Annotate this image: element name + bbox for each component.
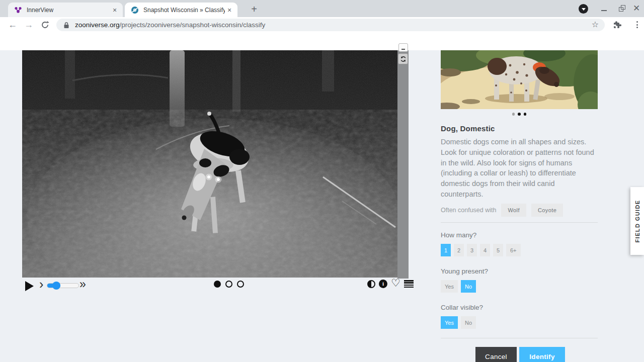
collar-visible-options: Yes No [441, 316, 476, 329]
media-controls-button[interactable] [579, 4, 588, 14]
young-yes-button[interactable]: Yes [441, 280, 458, 293]
back-button[interactable]: ← [6, 17, 19, 32]
divider [441, 222, 598, 223]
reload-button[interactable] [38, 17, 51, 32]
frame-dot-3[interactable] [237, 281, 244, 288]
count-option-1[interactable]: 1 [441, 244, 451, 256]
innerview-favicon [14, 6, 22, 14]
url-path: /projects/zooniverse/snapshot-wisconsin/… [120, 21, 266, 29]
new-tab-button[interactable]: + [248, 3, 261, 16]
species-description: Domestic dogs come in all shapes and siz… [441, 137, 598, 200]
identify-button[interactable]: Identify [519, 347, 565, 362]
trailcam-photo [22, 50, 397, 278]
tab-close-icon[interactable]: × [225, 6, 234, 15]
task-panel: Dog, Domestic Domestic dogs come in all … [441, 50, 598, 362]
forward-button[interactable]: → [22, 17, 35, 32]
question-collar-visible: Collar visible? [441, 304, 483, 311]
metadata-list-icon[interactable] [404, 280, 414, 288]
carousel-dot-2[interactable] [518, 113, 521, 116]
carousel-dot-3[interactable] [524, 113, 527, 116]
refresh-icon [400, 56, 407, 62]
play-button[interactable] [25, 281, 34, 291]
count-option-2[interactable]: 2 [454, 244, 464, 256]
count-option-6plus[interactable]: 6+ [506, 244, 521, 256]
fast-forward-icon[interactable]: » [79, 278, 85, 291]
tab-strip: InnerView × Snapshot Wisconsin » Classif… [0, 0, 644, 17]
question-how-many: How many? [441, 231, 476, 239]
image-tool-button-partial[interactable] [398, 43, 408, 52]
divider [441, 338, 598, 338]
frame-dot-1[interactable] [214, 281, 221, 288]
tab-title: Snapshot Wisconsin » Classify – [143, 7, 225, 14]
confused-option-coyote[interactable]: Coyote [531, 204, 563, 217]
page-header-band [0, 32, 644, 50]
zooniverse-favicon [131, 6, 139, 14]
confused-option-wolf[interactable]: Wolf [501, 204, 526, 217]
url-host: zooniverse.org [75, 21, 120, 29]
subject-image[interactable] [22, 50, 397, 278]
field-guide-tab[interactable]: FIELD GUIDE [630, 187, 644, 255]
reset-view-button[interactable] [398, 53, 408, 64]
species-title: Dog, Domestic [441, 124, 495, 133]
info-icon[interactable]: i [379, 280, 387, 288]
speed-slider[interactable] [47, 283, 79, 288]
reload-icon [41, 21, 49, 29]
playback-controls: › » i ♡ [22, 278, 409, 296]
minimize-button[interactable] [600, 4, 609, 13]
close-window-button[interactable]: ✕ [632, 4, 641, 13]
confused-with-row: Often confused with Wolf Coyote [441, 204, 563, 217]
carousel-dot-1[interactable] [512, 113, 515, 116]
collar-yes-button[interactable]: Yes [441, 316, 458, 329]
tab-innerview[interactable]: InnerView × [8, 3, 123, 17]
lock-icon [63, 22, 69, 29]
invert-contrast-icon[interactable] [367, 280, 375, 288]
field-guide-thumbnail[interactable] [441, 50, 598, 109]
cancel-button[interactable]: Cancel [475, 347, 517, 362]
young-present-options: Yes No [441, 280, 476, 293]
classify-page: › » i ♡ [0, 50, 644, 362]
young-no-button[interactable]: No [461, 280, 476, 293]
frame-dot-2[interactable] [225, 281, 232, 288]
tab-title: InnerView [27, 7, 110, 14]
count-option-4[interactable]: 4 [480, 244, 490, 256]
url-text: zooniverse.org/projects/zooniverse/snaps… [75, 21, 265, 29]
speed-slider-thumb[interactable] [52, 282, 60, 290]
tab-snapshot-wisconsin[interactable]: Snapshot Wisconsin » Classify – × [125, 3, 237, 17]
url-bar[interactable]: zooniverse.org/projects/zooniverse/snaps… [56, 19, 605, 31]
bookmark-star-icon[interactable]: ☆ [592, 20, 599, 29]
browser-window: InnerView × Snapshot Wisconsin » Classif… [0, 0, 644, 362]
puzzle-icon [613, 21, 621, 29]
question-young-present: Young present? [441, 267, 488, 275]
extensions-button[interactable] [613, 21, 621, 31]
viewer-icon-row: i ♡ [367, 280, 414, 288]
thumbnail-carousel-dots [441, 113, 598, 116]
confused-with-label: Often confused with [441, 207, 496, 214]
count-option-5[interactable]: 5 [493, 244, 503, 256]
task-footer: Cancel Identify [475, 347, 565, 362]
how-many-options: 1 2 3 4 5 6+ [441, 244, 521, 256]
field-guide-label: FIELD GUIDE [634, 200, 640, 242]
browser-toolbar: ← → zooniverse.org/projects/zooniverse/s… [0, 17, 644, 32]
favorite-heart-icon[interactable]: ♡ [391, 279, 400, 288]
collar-no-button[interactable]: No [461, 316, 476, 329]
chevron-down-icon [582, 8, 586, 11]
restore-window-button[interactable] [618, 4, 627, 13]
restore-icon-back [621, 5, 625, 10]
count-option-3[interactable]: 3 [467, 244, 477, 256]
dog-example-photo [441, 50, 598, 109]
frame-indicator [214, 281, 244, 288]
step-forward-icon[interactable]: › [39, 277, 43, 292]
tab-close-icon[interactable]: × [110, 6, 119, 15]
browser-menu-button[interactable] [633, 21, 641, 29]
image-tool-strip [397, 50, 409, 279]
